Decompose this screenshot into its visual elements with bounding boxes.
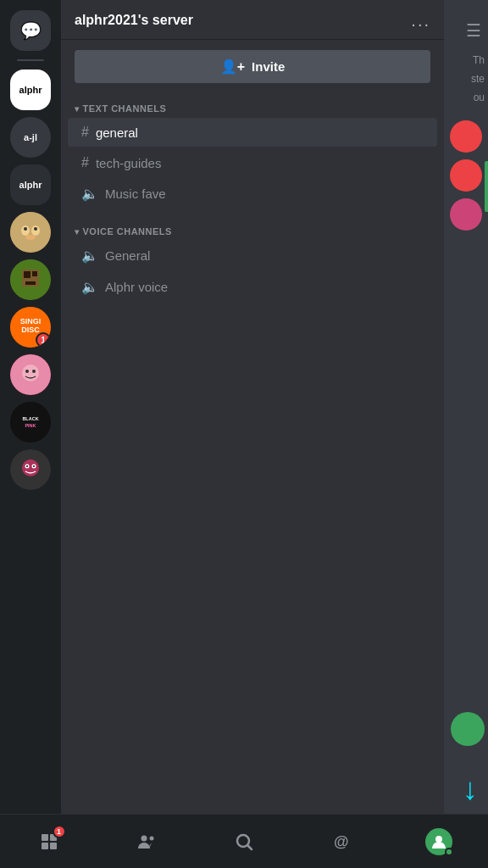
svg-text:BLACK: BLACK — [22, 416, 38, 421]
svg-point-3 — [24, 227, 27, 231]
right-panel-text-3: ou — [470, 88, 488, 107]
home-badge: 1 — [53, 825, 66, 838]
svg-point-20 — [10, 402, 51, 442]
nav-profile-button[interactable] — [419, 821, 459, 862]
svg-rect-19 — [39, 359, 44, 366]
server-rail: 💬 alphr a-jl alphr — [0, 0, 61, 814]
server-icon-ghost[interactable] — [10, 449, 51, 490]
server-icon-dm[interactable]: 💬 — [10, 10, 51, 51]
nav-mentions-button[interactable]: @ — [321, 821, 362, 862]
volume-icon-alphr: 🔈 — [81, 279, 98, 295]
svg-rect-8 — [24, 271, 30, 278]
nav-search-button[interactable] — [224, 821, 264, 862]
svg-point-34 — [149, 836, 153, 840]
singi-badge: 1 — [36, 332, 51, 348]
text-channels-label: TEXT CHANNELS — [83, 103, 167, 114]
voice-channels-label: VOICE CHANNELS — [83, 226, 172, 236]
right-panel: ☰ Th ste ou — [444, 0, 488, 814]
server-icon-blackpink[interactable]: BLACK PINK — [10, 402, 51, 442]
svg-point-28 — [33, 465, 35, 467]
svg-text:SINGI: SINGI — [20, 317, 42, 326]
channel-name-alphr-voice: Alphr voice — [105, 280, 168, 294]
channel-item-general[interactable]: # general — [68, 118, 437, 147]
channel-name-voice-general: General — [105, 248, 150, 263]
channel-panel: alphr2021's server ... 👤+ Invite ▾ TEXT … — [61, 0, 444, 814]
server-icon-singi[interactable]: SINGI DISC 1 — [10, 307, 51, 348]
svg-point-24 — [22, 459, 39, 476]
more-options-button[interactable]: ... — [411, 12, 430, 29]
svg-line-36 — [247, 845, 252, 849]
channel-name-tech-guides: tech-guides — [96, 156, 162, 170]
svg-point-27 — [26, 465, 28, 467]
invite-icon: 👤+ — [220, 58, 245, 75]
right-avatar-1 — [450, 120, 482, 153]
right-avatar-2 — [450, 159, 482, 192]
volume-icon-general: 🔈 — [81, 248, 98, 264]
text-channels-chevron: ▾ — [75, 104, 80, 114]
channel-item-music-fave[interactable]: 🔈 Music fave — [68, 179, 437, 209]
svg-text:@: @ — [334, 833, 349, 850]
svg-rect-9 — [32, 271, 37, 276]
svg-rect-10 — [25, 281, 36, 285]
bottom-nav: 1 @ — [0, 814, 488, 868]
right-panel-text-1: Th — [469, 51, 488, 70]
server-icon-minecraft[interactable] — [10, 259, 51, 300]
svg-rect-31 — [42, 843, 48, 849]
cyan-arrow-indicator: ↓ — [463, 771, 478, 807]
nav-home-button[interactable]: 1 — [29, 821, 69, 862]
svg-point-16 — [25, 370, 29, 373]
invite-button[interactable]: 👤+ Invite — [75, 50, 430, 83]
server-title: alphr2021's server — [75, 13, 193, 28]
green-avatar — [451, 712, 485, 746]
svg-text:DISC: DISC — [21, 326, 40, 334]
channel-item-tech-guides[interactable]: # tech-guides — [68, 148, 437, 177]
invite-label: Invite — [252, 59, 285, 74]
channel-name-music-fave: Music fave — [105, 186, 166, 201]
svg-point-15 — [22, 364, 39, 381]
hash-icon-2: # — [81, 155, 89, 170]
svg-point-5 — [25, 235, 36, 240]
server-icon-a-jl[interactable]: a-jl — [10, 117, 51, 158]
voice-channels-header[interactable]: ▾ VOICE CHANNELS — [61, 216, 444, 240]
svg-point-4 — [34, 227, 37, 231]
svg-rect-18 — [17, 359, 22, 366]
svg-point-0 — [10, 212, 51, 253]
svg-point-38 — [435, 836, 442, 843]
server-icon-alphr-dark[interactable]: alphr — [10, 164, 51, 205]
right-avatar-3 — [450, 198, 482, 231]
text-channels-header[interactable]: ▾ TEXT CHANNELS — [61, 93, 444, 117]
svg-rect-32 — [50, 843, 57, 849]
channel-item-voice-general[interactable]: 🔈 General — [68, 241, 437, 270]
svg-point-33 — [141, 835, 147, 841]
volume-icon-music: 🔈 — [81, 186, 98, 202]
active-indicator-line — [485, 161, 488, 212]
svg-point-17 — [32, 370, 36, 373]
channel-name-general: general — [96, 125, 138, 140]
right-panel-text-2: ste — [468, 70, 488, 88]
hash-icon: # — [81, 125, 89, 140]
nav-friends-button[interactable] — [126, 821, 167, 862]
server-icon-doge[interactable] — [10, 212, 51, 253]
channel-item-alphr-voice[interactable]: 🔈 Alphr voice — [68, 272, 437, 302]
channel-header: alphr2021's server ... — [61, 0, 444, 40]
voice-channels-chevron: ▾ — [75, 227, 80, 236]
svg-rect-29 — [42, 834, 48, 841]
svg-text:PINK: PINK — [25, 423, 36, 428]
server-icon-pink-char[interactable] — [10, 354, 51, 395]
online-indicator — [445, 848, 453, 856]
server-icon-alphr-white[interactable]: alphr — [10, 70, 51, 110]
hamburger-menu-icon[interactable]: ☰ — [459, 10, 488, 51]
